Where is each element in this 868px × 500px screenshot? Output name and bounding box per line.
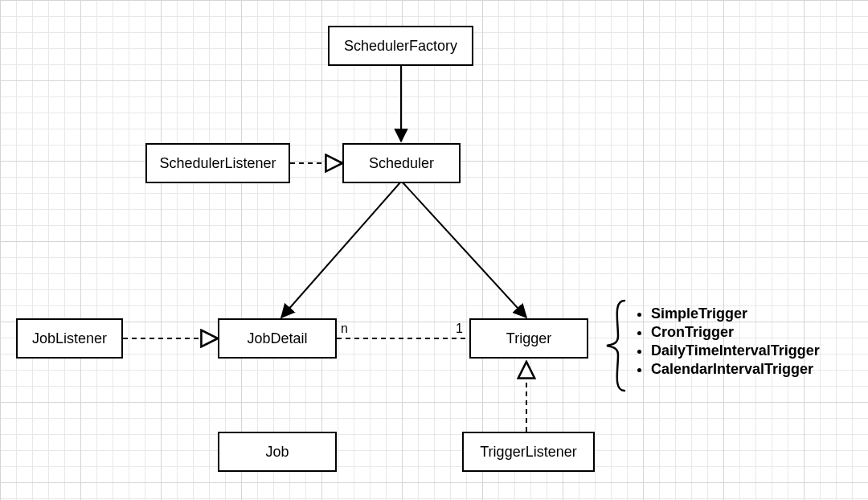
- trigger-type-item: CronTrigger: [651, 324, 820, 341]
- edges-layer: [0, 0, 868, 500]
- label-job-listener: JobListener: [32, 330, 107, 347]
- node-job-detail: JobDetail: [218, 318, 337, 359]
- node-trigger: Trigger: [469, 318, 588, 359]
- node-job-listener: JobListener: [16, 318, 123, 359]
- multiplicity-n: n: [341, 322, 348, 336]
- node-scheduler: Scheduler: [342, 143, 461, 183]
- node-job: Job: [218, 432, 337, 472]
- trigger-type-item: DailyTimeIntervalTrigger: [651, 342, 820, 359]
- label-job: Job: [265, 444, 289, 461]
- edge-scheduler-trigger: [403, 182, 526, 318]
- node-scheduler-listener: SchedulerListener: [145, 143, 290, 183]
- node-trigger-listener: TriggerListener: [462, 432, 595, 472]
- label-scheduler: Scheduler: [369, 155, 434, 172]
- node-scheduler-factory: SchedulerFactory: [328, 26, 473, 66]
- label-scheduler-factory: SchedulerFactory: [344, 38, 457, 55]
- multiplicity-1: 1: [456, 322, 463, 336]
- brace-icon: [600, 297, 629, 394]
- trigger-types-list: SimpleTrigger CronTrigger DailyTimeInter…: [632, 304, 820, 379]
- edge-scheduler-jobdetail: [281, 182, 400, 318]
- trigger-type-item: SimpleTrigger: [651, 305, 820, 322]
- label-trigger: Trigger: [506, 330, 551, 347]
- trigger-type-item: CalendarIntervalTrigger: [651, 361, 820, 378]
- label-scheduler-listener: SchedulerListener: [159, 155, 276, 172]
- label-job-detail: JobDetail: [247, 330, 307, 347]
- label-trigger-listener: TriggerListener: [480, 444, 576, 461]
